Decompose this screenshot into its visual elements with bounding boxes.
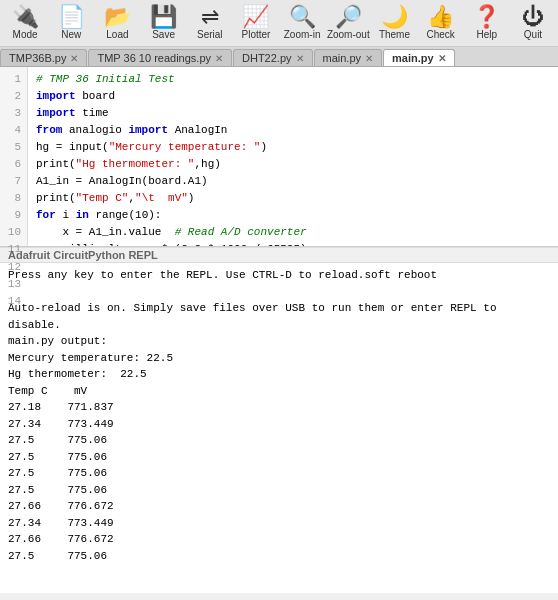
tab-0[interactable]: TMP36B.py✕ (0, 49, 87, 66)
code-line: # TMP 36 Initial Test (36, 71, 550, 88)
tab-close-0[interactable]: ✕ (70, 53, 78, 64)
code-line: A1_in = AnalogIn(board.A1) (36, 173, 550, 190)
serial-output[interactable]: Press any key to enter the REPL. Use CTR… (0, 263, 558, 593)
editor-area: 1234567891011121314 # TMP 36 Initial Tes… (0, 67, 558, 247)
tab-close-3[interactable]: ✕ (365, 53, 373, 64)
line-number: 10 (6, 224, 21, 241)
help-icon: ❓ (473, 6, 500, 28)
code-line: from analogio import AnalogIn (36, 122, 550, 139)
line-number: 4 (6, 122, 21, 139)
zoom-in-icon: 🔍 (289, 6, 316, 28)
line-number: 6 (6, 156, 21, 173)
tab-close-1[interactable]: ✕ (215, 53, 223, 64)
code-line: x = A1_in.value # Read A/D converter (36, 224, 550, 241)
tab-2[interactable]: DHT22.py✕ (233, 49, 313, 66)
serial-icon: ⇌ (201, 6, 219, 28)
code-line: print("Temp C","\t mV") (36, 190, 550, 207)
line-number: 9 (6, 207, 21, 224)
load-icon: 📂 (104, 6, 131, 28)
serial-button[interactable]: ⇌Serial (187, 4, 233, 42)
tab-1[interactable]: TMP 36 10 readings.py✕ (88, 49, 232, 66)
line-number: 8 (6, 190, 21, 207)
code-line: print("Hg thermometer: ",hg) (36, 156, 550, 173)
zoom-out-icon: 🔎 (335, 6, 362, 28)
code-line: for i in range(10): (36, 207, 550, 224)
code-line: import time (36, 105, 550, 122)
quit-icon: ⏻ (522, 6, 544, 28)
plotter-icon: 📈 (242, 6, 269, 28)
tab-4[interactable]: main.py✕ (383, 49, 455, 66)
line-number: 2 (6, 88, 21, 105)
theme-icon: 🌙 (381, 6, 408, 28)
theme-button[interactable]: 🌙Theme (371, 4, 417, 42)
save-icon: 💾 (150, 6, 177, 28)
line-number: 5 (6, 139, 21, 156)
save-button[interactable]: 💾Save (141, 4, 187, 42)
zoom-out-button[interactable]: 🔎Zoom-out (325, 4, 371, 42)
tab-close-2[interactable]: ✕ (296, 53, 304, 64)
plotter-button[interactable]: 📈Plotter (233, 4, 279, 42)
load-button[interactable]: 📂Load (94, 4, 140, 42)
quit-button[interactable]: ⏻Quit (510, 4, 556, 42)
tab-close-4[interactable]: ✕ (438, 53, 446, 64)
toolbar: 🔌Mode📄New📂Load💾Save⇌Serial📈Plotter🔍Zoom-… (0, 0, 558, 47)
line-number: 1 (6, 71, 21, 88)
zoom-in-button[interactable]: 🔍Zoom-in (279, 4, 325, 42)
tab-bar: TMP36B.py✕TMP 36 10 readings.py✕DHT22.py… (0, 47, 558, 67)
mode-icon: 🔌 (12, 6, 39, 28)
code-line: import board (36, 88, 550, 105)
new-button[interactable]: 📄New (48, 4, 94, 42)
line-numbers: 1234567891011121314 (0, 67, 28, 246)
help-button[interactable]: ❓Help (464, 4, 510, 42)
mode-button[interactable]: 🔌Mode (2, 4, 48, 42)
check-button[interactable]: 👍Check (418, 4, 464, 42)
new-icon: 📄 (58, 6, 85, 28)
code-line: millivolts = x * (3.3 * 1000 / 65535) (36, 241, 550, 246)
line-number: 7 (6, 173, 21, 190)
line-number: 3 (6, 105, 21, 122)
tab-3[interactable]: main.py✕ (314, 49, 383, 66)
code-line: hg = input("Mercury temperature: ") (36, 139, 550, 156)
check-icon: 👍 (427, 6, 454, 28)
serial-title: Adafruit CircuitPython REPL (0, 247, 558, 263)
code-display[interactable]: # TMP 36 Initial Testimport boardimport … (28, 67, 558, 246)
